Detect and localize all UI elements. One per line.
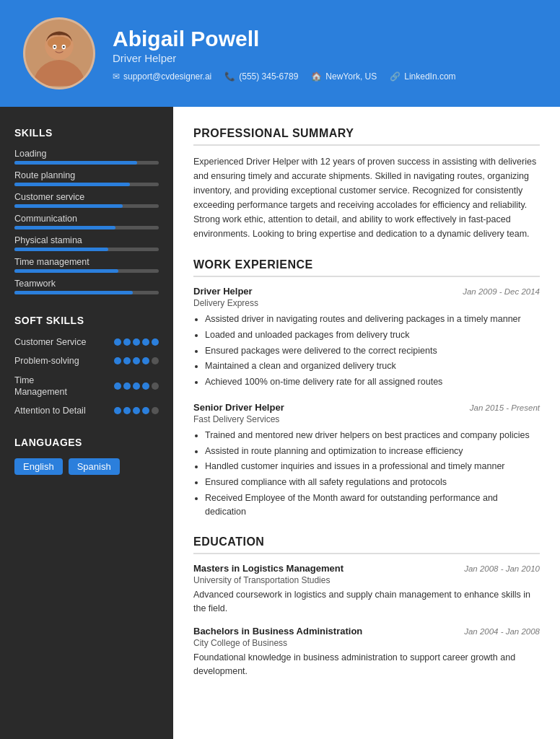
job-title: Senior Driver Helper [193,402,284,413]
email-icon: ✉ [113,71,120,82]
experience-section: WORK EXPERIENCE Driver Helper Jan 2009 -… [193,258,540,518]
skill-item: Customer service [14,192,159,208]
skill-name: Loading [14,149,159,159]
skill-dots [114,357,159,364]
skill-dot [152,407,159,414]
soft-skill-item: Attention to Detail [14,405,159,416]
list-item: Achieved 100% on-time delivery rate for … [205,375,540,389]
svg-point-5 [53,46,56,48]
skill-name: Physical stamina [14,235,159,245]
skill-item: Communication [14,214,159,229]
soft-skills-section: SOFT SKILLS Customer Service Problem-sol… [14,315,159,416]
svg-point-2 [48,37,71,50]
linkedin-icon: 🔗 [390,71,401,82]
skill-dot [133,407,140,414]
skill-bar-fill [14,291,133,294]
job-company: Fast Delivery Services [193,414,540,424]
sidebar: SKILLS Loading Route planning Customer s… [0,107,173,739]
skill-name: Time management [14,257,159,267]
list-item: Received Employee of the Month award for… [205,491,540,519]
skill-dot [114,338,121,346]
experience-title: WORK EXPERIENCE [193,258,540,277]
skill-dots [114,382,159,390]
edu-degree: Bachelors in Business Administration [193,626,362,637]
edu-school: University of Transportation Studies [193,575,540,585]
header-contacts: ✉ support@cvdesigner.ai 📞 (555) 345-6789… [113,71,537,82]
skill-dots [114,338,159,346]
education-list: Masters in Logistics Management Jan 2008… [193,563,540,678]
skill-bar-fill [14,183,130,186]
avatar [23,17,95,89]
skill-bar-fill [14,269,118,273]
contact-location: 🏠 NewYork, US [311,71,377,82]
skill-dot [142,338,149,346]
summary-text: Experienced Driver Helper with 12 years … [193,154,540,241]
summary-section: PROFESSIONAL SUMMARY Experienced Driver … [193,127,540,241]
skill-item: Time management [14,257,159,273]
location-icon: 🏠 [311,71,322,82]
contact-linkedin: 🔗 LinkedIn.com [390,71,455,82]
skill-dot [152,338,159,346]
skill-item: Teamwork [14,279,159,294]
skill-dot [142,357,149,364]
location-value: NewYork, US [325,71,377,82]
resume: Abigail Powell Driver Helper ✉ support@c… [0,0,560,739]
edu-header: Bachelors in Business Administration Jan… [193,626,540,637]
skill-dot [133,382,140,390]
job-company: Delivery Express [193,298,540,308]
skill-item: Loading [14,149,159,165]
skill-bar-background [14,269,159,273]
soft-skill-name: Customer Service [14,336,86,348]
job-title: Driver Helper [193,286,253,297]
skill-item: Route planning [14,170,159,186]
main-content: PROFESSIONAL SUMMARY Experienced Driver … [173,107,560,739]
skill-bar-background [14,291,159,294]
skill-dot [123,382,131,390]
skill-bar-fill [14,248,108,251]
job-dates: Jan 2009 - Dec 2014 [463,287,540,296]
list-item: Handled customer inquiries and issues in… [205,460,540,473]
soft-skill-item: Problem-solving [14,355,159,367]
skill-bar-background [14,226,159,229]
header: Abigail Powell Driver Helper ✉ support@c… [0,0,560,107]
contact-email: ✉ support@cvdesigner.ai [113,71,211,82]
skill-bar-background [14,204,159,208]
linkedin-value: LinkedIn.com [404,71,455,82]
header-title: Driver Helper [113,52,537,64]
skill-dot [123,407,131,414]
job-item: Driver Helper Jan 2009 - Dec 2014 Delive… [193,286,540,389]
skill-dot [114,382,121,390]
language-tag: Spanish [69,458,120,475]
soft-skill-name: Time Management [14,375,87,398]
skill-bar-fill [14,161,137,165]
header-info: Abigail Powell Driver Helper ✉ support@c… [113,26,537,82]
phone-value: (555) 345-6789 [239,71,298,82]
skill-dot [142,382,149,390]
job-header: Driver Helper Jan 2009 - Dec 2014 [193,286,540,297]
contact-phone: 📞 (555) 345-6789 [224,71,298,82]
soft-skill-item: Customer Service [14,336,159,348]
skill-dot [152,382,159,390]
languages-section: LANGUAGES EnglishSpanish [14,437,159,475]
header-name: Abigail Powell [113,26,537,52]
job-bullets: Assisted driver in navigating routes and… [193,312,540,389]
job-header: Senior Driver Helper Jan 2015 - Present [193,402,540,413]
skill-name: Route planning [14,170,159,180]
edu-degree: Masters in Logistics Management [193,563,344,574]
skill-bar-background [14,161,159,165]
summary-title: PROFESSIONAL SUMMARY [193,127,540,146]
skill-dot [123,357,131,364]
edu-dates: Jan 2008 - Jan 2010 [464,564,540,573]
skills-section: SKILLS Loading Route planning Customer s… [14,127,159,294]
skill-dot [133,338,140,346]
list-item: Ensured compliance with all safety regul… [205,476,540,489]
education-section: EDUCATION Masters in Logistics Managemen… [193,535,540,678]
edu-school: City College of Business [193,638,540,648]
education-item: Bachelors in Business Administration Jan… [193,626,540,678]
list-item: Assisted in route planning and optimizat… [205,445,540,458]
skill-bar-background [14,248,159,251]
list-item: Maintained a clean and organized deliver… [205,359,540,373]
email-value: support@cvdesigner.ai [123,71,211,82]
edu-description: Foundational knowledge in business admin… [193,651,540,678]
list-item: Loaded and unloaded packages from delive… [205,328,540,342]
